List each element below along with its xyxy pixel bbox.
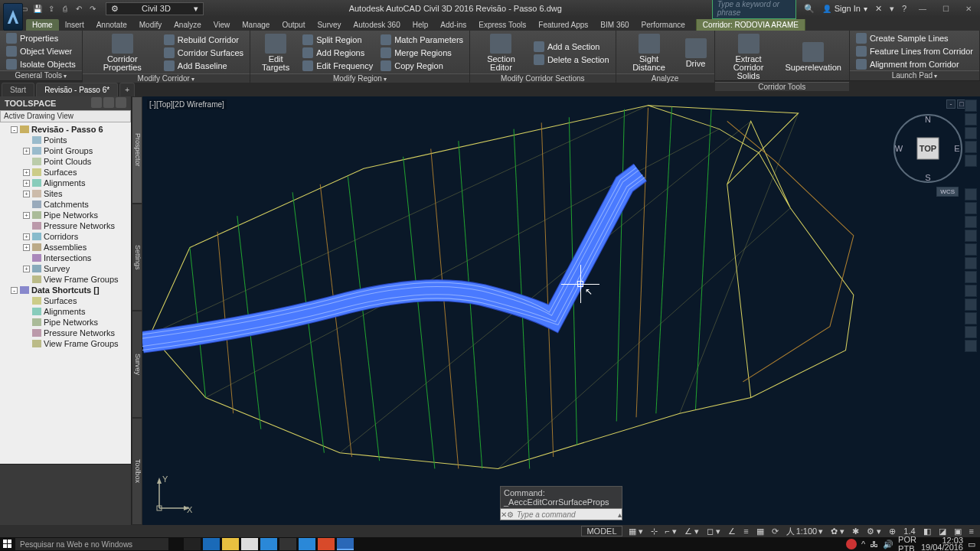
split-region-button[interactable]: Split Region [299, 34, 376, 46]
tree-ds-viewframes[interactable]: View Frame Groups [0, 338, 131, 349]
start-button[interactable] [0, 537, 15, 551]
tab-modify[interactable]: Modify [133, 19, 168, 31]
showmotion-icon[interactable] [965, 155, 977, 167]
rtool-1[interactable] [965, 188, 977, 201]
osnap-toggle[interactable]: ◻ ▾ [705, 527, 722, 536]
tab-help[interactable]: Help [407, 19, 435, 31]
exchange-icon[interactable]: ✕ [875, 4, 882, 14]
extract-solids-button[interactable]: Extract Corridor Solids [718, 32, 779, 82]
tree-view-frames[interactable]: View Frame Groups [0, 274, 131, 285]
tray-clock[interactable]: 12:0319/04/2016 [921, 537, 963, 551]
tab-context-corridor[interactable]: Corridor: RODOVIA ARAME [696, 19, 805, 31]
rtool-2[interactable] [965, 202, 977, 214]
tab-performance[interactable]: Performance [635, 19, 691, 31]
rtool-6[interactable] [965, 257, 977, 269]
taskbar-search[interactable]: Pesquisar na Web e no Windows [15, 538, 168, 550]
tree-survey[interactable]: +Survey [0, 263, 131, 274]
lineweight-toggle[interactable]: ≡ [742, 527, 750, 536]
search-binoculars-icon[interactable]: 🔍 [804, 4, 815, 14]
zoom-extents-icon[interactable] [965, 127, 977, 139]
rtool-4[interactable] [965, 230, 977, 242]
tab-prospector[interactable]: Prospector [132, 96, 142, 204]
tree-alignments[interactable]: +Alignments [0, 178, 131, 188]
rtool-5[interactable] [965, 243, 977, 256]
snap-toggle[interactable]: ⊹ [649, 527, 659, 536]
panel-label-general[interactable]: General Tools [0, 70, 82, 80]
add-baseline-button[interactable]: Add Baseline [161, 60, 247, 72]
rtool-9[interactable] [965, 298, 977, 311]
object-viewer-button[interactable]: Object Viewer [3, 45, 79, 57]
grid-toggle[interactable]: ▦ ▾ [627, 527, 645, 536]
rtool-10[interactable] [965, 312, 977, 324]
viewcube[interactable]: TOP N S W E WCS [891, 112, 965, 185]
close-button[interactable]: ✕ [957, 1, 980, 16]
polar-toggle[interactable]: ∠ ▾ [683, 527, 701, 536]
tray-notifications-icon[interactable]: ▭ [968, 540, 975, 549]
tree-pressure-networks[interactable]: Pressure Networks [0, 220, 131, 231]
app-menu-button[interactable] [3, 3, 23, 31]
full-nav-wheel-icon[interactable] [965, 99, 977, 112]
tab-manage[interactable]: Manage [236, 19, 276, 31]
tab-analyze[interactable]: Analyze [168, 19, 207, 31]
tree-ds-pipe[interactable]: Pipe Networks [0, 317, 131, 328]
panel-label-modify-region[interactable]: Modify Region [250, 73, 469, 83]
tab-home[interactable]: Home [26, 19, 59, 31]
ie-icon[interactable] [299, 538, 315, 550]
tree-surfaces[interactable]: +Surfaces [0, 167, 131, 178]
command-input[interactable] [514, 510, 617, 519]
start-tab[interactable]: Start [2, 83, 34, 96]
merge-regions-button[interactable]: Merge Regions [377, 47, 466, 59]
hp-icon[interactable] [279, 538, 296, 550]
rtool-12[interactable] [965, 340, 977, 352]
otrack-toggle[interactable]: ∠ [727, 527, 737, 536]
store-icon[interactable] [241, 538, 258, 550]
new-tab-button[interactable]: + [119, 83, 135, 96]
autocad-icon[interactable] [337, 538, 354, 550]
tree-ds-alignments[interactable]: Alignments [0, 306, 131, 317]
tray-up-icon[interactable]: ^ [861, 540, 865, 549]
tree-root[interactable]: -Revisão - Passo 6 [0, 124, 131, 135]
chrome-icon[interactable] [318, 538, 335, 550]
tree-points[interactable]: Points [0, 135, 131, 145]
panel-label-modify-corridor[interactable]: Modify Corridor [83, 73, 250, 83]
tree-sites[interactable]: +Sites [0, 188, 131, 199]
alignment-from-corridor-button[interactable]: Alignment from Corridor [853, 58, 976, 70]
pan-icon[interactable] [965, 113, 977, 126]
wcs-label[interactable]: WCS [936, 187, 959, 197]
tree-corridors[interactable]: +Corridors [0, 231, 131, 242]
save-icon[interactable]: 💾 [32, 3, 43, 14]
rtool-8[interactable] [965, 285, 977, 297]
cmd-close-icon[interactable]: ✕ [501, 510, 507, 519]
rtool-11[interactable] [965, 326, 977, 338]
tab-insert[interactable]: Insert [59, 19, 90, 31]
delete-section-button[interactable]: Delete a Section [531, 54, 612, 66]
tray-network-icon[interactable]: 🖧 [870, 540, 878, 549]
transparency-toggle[interactable]: ▦ [755, 527, 766, 536]
tab-bim360[interactable]: BIM 360 [594, 19, 635, 31]
tab-autodesk360[interactable]: Autodesk 360 [348, 19, 407, 31]
taskview-icon[interactable] [184, 538, 201, 550]
undo-icon[interactable]: ↶ [74, 3, 84, 14]
annotation-scale[interactable]: 人 1:100 ▾ [785, 526, 825, 537]
copy-region-button[interactable]: Copy Region [377, 60, 466, 72]
section-editor-button[interactable]: Section Editor [473, 32, 529, 73]
tray-volume-icon[interactable]: 🔊 [883, 540, 893, 549]
tray-recording-icon[interactable] [846, 539, 857, 549]
edge-icon[interactable] [203, 538, 220, 550]
tree-assemblies[interactable]: +Assemblies [0, 242, 131, 253]
app-icon-1[interactable] [260, 538, 277, 550]
tab-toolbox[interactable]: Toolbox [132, 418, 142, 525]
redo-icon[interactable]: ↷ [87, 3, 98, 14]
rtool-7[interactable] [965, 271, 977, 283]
explorer-icon[interactable] [222, 538, 239, 550]
match-parameters-button[interactable]: Match Parameters [377, 34, 466, 46]
add-regions-button[interactable]: Add Regions [299, 47, 376, 59]
superelevation-button[interactable]: Superelevation [781, 32, 846, 82]
corridor-surfaces-button[interactable]: Corridor Surfaces [161, 47, 247, 59]
tray-lang[interactable]: PORPTB [898, 535, 916, 551]
add-section-button[interactable]: Add a Section [531, 41, 612, 53]
panel-label-launch-pad[interactable]: Launch Pad [850, 70, 979, 80]
tab-settings-side[interactable]: Settings [132, 204, 142, 311]
feature-lines-button[interactable]: Feature Lines from Corridor [853, 45, 976, 57]
rtool-3[interactable] [965, 216, 977, 228]
